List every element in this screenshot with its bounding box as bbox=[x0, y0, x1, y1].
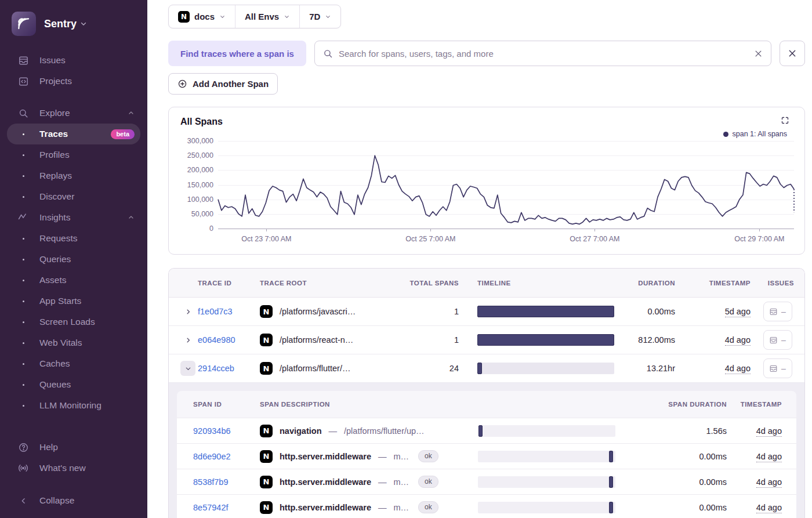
sidebar-item-assets[interactable]: Assets bbox=[7, 270, 140, 291]
issues-button[interactable]: – bbox=[763, 358, 792, 378]
sidebar-item-issues[interactable]: Issues bbox=[7, 50, 140, 71]
col-total-spans: TOTAL SPANS bbox=[407, 280, 459, 287]
clear-search-icon[interactable] bbox=[754, 49, 763, 58]
sidebar-section-insights[interactable]: Insights bbox=[7, 207, 140, 228]
span-id-link[interactable]: 8538f7b9 bbox=[193, 477, 260, 487]
timeline-bar-full[interactable] bbox=[477, 334, 614, 346]
sidebar-item-queries[interactable]: Queries bbox=[7, 249, 140, 270]
project-name: docs bbox=[194, 12, 215, 21]
col-timestamp: TIMESTAMP bbox=[675, 280, 751, 287]
remove-span-filter-button[interactable] bbox=[780, 41, 805, 66]
timestamp-link[interactable]: 4d ago bbox=[756, 477, 782, 488]
sidebar-item-replays[interactable]: Replays bbox=[7, 165, 140, 186]
separator: — bbox=[329, 426, 338, 436]
sidebar-item-caches[interactable]: Caches bbox=[7, 353, 140, 374]
span-timeline-marker bbox=[609, 476, 613, 488]
sidebar-item-label: Screen Loads bbox=[39, 317, 95, 327]
sidebar-item-requests[interactable]: Requests bbox=[7, 228, 140, 249]
bullet-dot-icon bbox=[16, 363, 30, 365]
sidebar-item-web-vitals[interactable]: Web Vitals bbox=[7, 332, 140, 353]
sidebar-item-projects[interactable]: Projects bbox=[7, 71, 140, 92]
org-switcher[interactable]: Sentry bbox=[44, 18, 87, 30]
issues-count-empty: – bbox=[781, 364, 786, 373]
span-search-input[interactable] bbox=[339, 49, 748, 59]
sidebar-footer: Help What's new Collapse bbox=[0, 437, 147, 518]
span-duration-value: 0.00ms bbox=[615, 477, 727, 487]
y-tick-label: 150,000 bbox=[187, 181, 213, 189]
sidebar-collapse-button[interactable]: Collapse bbox=[7, 490, 140, 511]
sidebar-section-explore[interactable]: Explore bbox=[7, 103, 140, 124]
trace-id-link[interactable]: e064e980 bbox=[198, 335, 260, 345]
span-op: http.server.middleware bbox=[280, 452, 371, 461]
span-op: navigation bbox=[280, 426, 322, 436]
sidebar-item-profiles[interactable]: Profiles bbox=[7, 144, 140, 165]
col-duration: DURATION bbox=[614, 280, 675, 287]
span-timeline-track[interactable] bbox=[478, 476, 615, 488]
issues-button[interactable]: – bbox=[763, 302, 792, 321]
expand-chart-icon[interactable] bbox=[781, 116, 789, 127]
span-id-link[interactable]: 8d6e90e2 bbox=[193, 452, 260, 461]
timeline-bar-full[interactable] bbox=[477, 306, 614, 317]
sentry-logo-icon[interactable] bbox=[12, 12, 36, 36]
issues-icon bbox=[16, 55, 30, 66]
broadcast-icon bbox=[16, 462, 30, 474]
sidebar-item-traces[interactable]: Tracesbeta bbox=[7, 124, 140, 144]
span-id-link[interactable]: 8e57942f bbox=[193, 503, 260, 512]
sidebar-item-help[interactable]: Help bbox=[7, 437, 140, 458]
sidebar-item-screen-loads[interactable]: Screen Loads bbox=[7, 311, 140, 332]
expand-row-chevron-icon[interactable] bbox=[180, 304, 195, 319]
sidebar-item-label: Caches bbox=[39, 358, 70, 369]
chevron-left-icon bbox=[16, 497, 30, 505]
timestamp-link[interactable]: 4d ago bbox=[756, 426, 782, 437]
timeline-bar-track[interactable] bbox=[477, 363, 614, 374]
sidebar-item-label: Replays bbox=[39, 171, 72, 181]
trace-id-link[interactable]: 2914cceb bbox=[198, 364, 260, 373]
span-timeline-track[interactable] bbox=[478, 502, 615, 513]
bullet-dot-icon bbox=[16, 321, 30, 323]
span-timeline-marker bbox=[478, 425, 483, 437]
environment-selector[interactable]: All Envs bbox=[235, 5, 299, 28]
timestamp-link[interactable]: 4d ago bbox=[725, 335, 751, 346]
traces-table: TRACE ID TRACE ROOT TOTAL SPANS TIMELINE… bbox=[168, 268, 805, 518]
timestamp-link[interactable]: 4d ago bbox=[756, 503, 782, 513]
bullet-dot-icon bbox=[16, 154, 30, 156]
issues-count-empty: – bbox=[781, 335, 786, 345]
search-box bbox=[314, 41, 771, 66]
span-timeline-track[interactable] bbox=[478, 425, 615, 437]
legend-label: span 1: All spans bbox=[732, 130, 787, 138]
span-table-row: 8538f7b9Nhttp.server.middleware—m…ok0.00… bbox=[177, 469, 796, 494]
sidebar-item-queues[interactable]: Queues bbox=[7, 374, 140, 395]
span-timeline-track[interactable] bbox=[478, 451, 615, 462]
chart-plot-area[interactable] bbox=[218, 141, 794, 229]
timeline-bar-segment bbox=[477, 363, 482, 374]
bullet-dot-icon bbox=[16, 196, 30, 198]
add-another-span-button[interactable]: Add Another Span bbox=[168, 73, 278, 95]
sidebar-item-whats-new[interactable]: What's new bbox=[7, 458, 140, 479]
chart-legend[interactable]: span 1: All spans bbox=[723, 130, 787, 138]
add-span-label: Add Another Span bbox=[193, 79, 269, 89]
expand-row-chevron-icon[interactable] bbox=[180, 332, 195, 347]
date-range-selector[interactable]: 7D bbox=[299, 5, 340, 28]
timestamp-link[interactable]: 4d ago bbox=[756, 452, 782, 462]
total-spans-value: 1 bbox=[407, 307, 459, 316]
span-description: m… bbox=[393, 503, 409, 512]
sidebar-item-app-starts[interactable]: App Starts bbox=[7, 291, 140, 311]
sidebar-item-llm-monitoring[interactable]: LLM Monitoring bbox=[7, 395, 140, 416]
section-label: Explore bbox=[39, 108, 70, 118]
beta-badge: beta bbox=[111, 129, 135, 139]
sidebar-item-discover[interactable]: Discover bbox=[7, 186, 140, 207]
timestamp-link[interactable]: 4d ago bbox=[725, 364, 751, 374]
collapse-row-chevron-icon[interactable] bbox=[180, 361, 195, 376]
span-op: http.server.middleware bbox=[280, 503, 371, 512]
trace-id-link[interactable]: f1e0d7c3 bbox=[198, 307, 260, 316]
bullet-dot-icon bbox=[16, 342, 30, 344]
issues-count-empty: – bbox=[781, 307, 786, 316]
bullet-dot-icon bbox=[16, 175, 30, 177]
timestamp-link[interactable]: 5d ago bbox=[725, 307, 751, 317]
issues-button[interactable]: – bbox=[763, 330, 792, 350]
span-id-link[interactable]: 920934b6 bbox=[193, 426, 260, 436]
nextjs-project-icon: N bbox=[178, 11, 190, 23]
date-range-value: 7D bbox=[309, 12, 320, 21]
project-selector[interactable]: N docs bbox=[169, 5, 235, 28]
find-traces-label[interactable]: Find traces where a span is bbox=[168, 41, 306, 66]
